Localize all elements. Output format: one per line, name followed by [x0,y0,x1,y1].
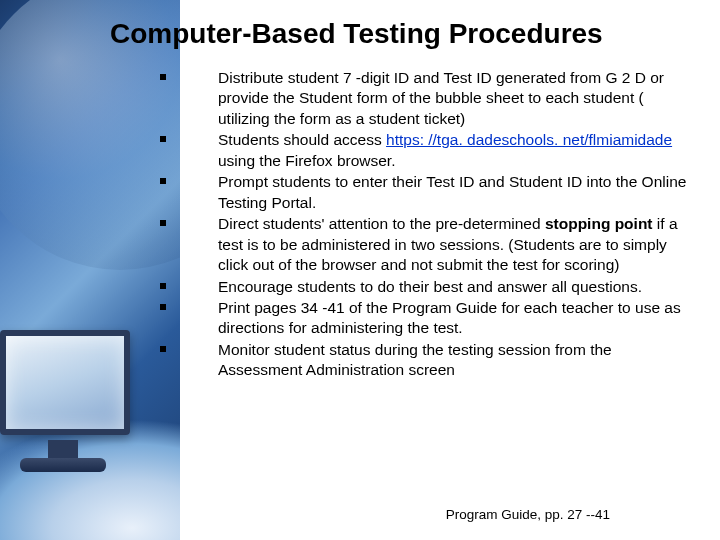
bullet-item: Print pages 34 -41 of the Program Guide … [160,298,696,339]
bullet-text: Monitor student status during the testin… [218,341,612,378]
slide: Computer-Based Testing Procedures Distri… [0,0,720,540]
bullet-item: Encourage students to do their best and … [160,277,696,297]
slide-title: Computer-Based Testing Procedures [110,18,700,50]
bullet-item: Monitor student status during the testin… [160,340,696,381]
bullet-item: Prompt students to enter their Test ID a… [160,172,696,213]
bullet-text: Print pages 34 -41 of the Program Guide … [218,299,681,336]
access-link[interactable]: https: //tga. dadeschools. net/flmiamida… [386,131,672,148]
bullet-text: Students should access [218,131,386,148]
bullet-item: Distribute student 7 -digit ID and Test … [160,68,696,129]
bullet-text: Direct students' attention to the pre-de… [218,215,545,232]
bullet-bold: stopping point [545,215,653,232]
bullet-text: Distribute student 7 -digit ID and Test … [218,69,664,127]
bullet-item: Students should access https: //tga. dad… [160,130,696,171]
bullet-text: Prompt students to enter their Test ID a… [218,173,686,210]
bullet-text: using the Firefox browser. [218,152,395,169]
bullet-text: Encourage students to do their best and … [218,278,642,295]
bullet-list: Distribute student 7 -digit ID and Test … [160,68,696,381]
bullet-item: Direct students' attention to the pre-de… [160,214,696,275]
content-area: Computer-Based Testing Procedures Distri… [0,0,720,540]
footer-citation: Program Guide, pp. 27 --41 [446,507,610,522]
